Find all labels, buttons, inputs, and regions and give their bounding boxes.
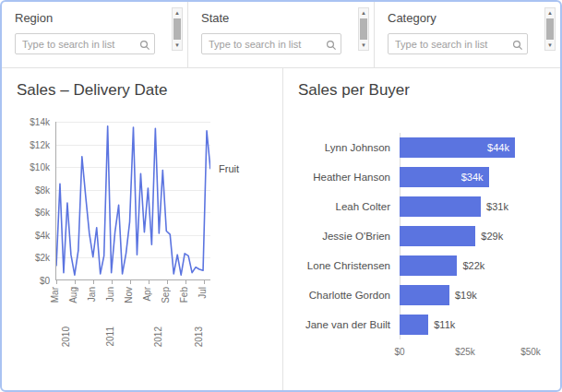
filter-label: State — [201, 11, 363, 25]
y-axis-label: $10k — [30, 162, 50, 172]
bar-row: Charlotte Gordon$19k — [298, 280, 531, 310]
bar[interactable]: $31k — [400, 196, 531, 217]
y-axis-label: $12k — [30, 140, 50, 150]
bar-value-label: $19k — [455, 290, 477, 301]
bar-row: Leah Colter$31k — [298, 192, 531, 221]
y-axis-label: $8k — [35, 185, 50, 196]
listbox-scrollbar[interactable]: ▲ ▼ — [358, 7, 369, 51]
legend-fruit[interactable]: Fruit — [219, 163, 239, 174]
bar[interactable]: $22k — [400, 255, 531, 276]
filter-panel-region: Region ▲ ▼ — [2, 2, 188, 67]
scroll-up-icon[interactable]: ▲ — [359, 8, 368, 18]
y-axis-label: $6k — [35, 208, 50, 218]
bar-fill[interactable] — [400, 315, 428, 335]
bar-x-axis-label: $0 — [394, 347, 404, 357]
x-axis-year-label: 2013 — [194, 327, 205, 347]
y-axis-label: $0 — [40, 276, 50, 286]
bar-category-label: Lone Christensen — [298, 260, 400, 271]
search-input[interactable] — [15, 33, 155, 54]
x-axis-month-label: Jul — [197, 287, 209, 299]
scrollbar-thumb[interactable] — [360, 18, 367, 40]
bar-value-label: $44k — [487, 142, 509, 153]
scroll-up-icon[interactable]: ▲ — [173, 8, 182, 18]
scroll-down-icon[interactable]: ▼ — [173, 41, 182, 50]
bar-value-label: $34k — [461, 172, 484, 183]
search-input[interactable] — [388, 33, 528, 54]
y-axis-labels: $14k$12k$10k$8k$6k$4k$2k$0 — [2, 122, 50, 280]
bar-chart-panel: Sales per Buyer Lynn Johnson$44kHeather … — [283, 68, 560, 390]
bar-fill[interactable] — [400, 196, 481, 217]
line-chart-panel: Sales – Delivery Date $14k$12k$10k$8k$6k… — [2, 68, 283, 390]
search-icon — [512, 38, 523, 54]
bar-row: Jane van der Built$11k — [298, 310, 531, 339]
scroll-up-icon[interactable]: ▲ — [545, 8, 555, 18]
x-axis-month-label: Nov — [124, 287, 135, 303]
bar-chart-title: Sales per Buyer — [298, 81, 410, 100]
x-axis-year-label: 2010 — [61, 327, 72, 347]
filter-label: Category — [388, 11, 549, 25]
x-axis-month-label: Jan — [87, 287, 98, 302]
filter-panel-category: Category ▲ ▼ — [375, 2, 560, 67]
line-chart-plot[interactable] — [55, 122, 210, 280]
bar[interactable]: $19k — [400, 285, 531, 305]
x-axis-year-label: 2011 — [105, 327, 116, 347]
filter-strip: Region ▲ ▼ State ▲ — [2, 2, 560, 68]
bar-value-label: $22k — [462, 260, 484, 271]
bar[interactable]: $29k — [400, 226, 531, 246]
x-axis-year-label: 2012 — [153, 327, 164, 347]
scrollbar-thumb[interactable] — [173, 18, 181, 40]
bar-row: Heather Hanson$34k — [298, 162, 531, 192]
bar-value-label: $29k — [481, 231, 503, 242]
bar-fill[interactable] — [400, 255, 457, 276]
bar[interactable]: $44k — [400, 137, 531, 158]
bar-category-label: Lynn Johnson — [298, 142, 400, 153]
bar-fill[interactable] — [400, 226, 475, 246]
bar-fill[interactable] — [400, 285, 449, 305]
bar-fill[interactable]: $34k — [400, 167, 489, 187]
listbox-scrollbar[interactable]: ▲ ▼ — [544, 7, 556, 51]
line-chart-title: Sales – Delivery Date — [17, 81, 167, 100]
search-box — [15, 33, 155, 54]
bar-fill[interactable]: $44k — [400, 137, 515, 158]
x-axis-month-label: Feb — [179, 287, 190, 303]
bar-value-label: $31k — [486, 201, 508, 212]
bar-category-label: Charlotte Gordon — [298, 290, 400, 301]
x-axis-month-label: Sep — [161, 287, 172, 303]
bar-x-axis: $0$25k$50k — [400, 347, 531, 360]
bar-value-label: $11k — [434, 319, 455, 330]
bar-category-label: Leah Colter — [298, 201, 400, 212]
sales-line[interactable] — [56, 122, 210, 279]
search-box — [201, 33, 341, 54]
bar-row: Lynn Johnson$44k — [298, 133, 531, 162]
y-axis-label: $2k — [35, 253, 50, 263]
charts-row: Sales – Delivery Date $14k$12k$10k$8k$6k… — [2, 68, 560, 390]
bar-row: Jessie O'Brien$29k — [298, 221, 531, 251]
scroll-down-icon[interactable]: ▼ — [359, 41, 368, 50]
bar-chart-plot: Lynn Johnson$44kHeather Hanson$34kLeah C… — [298, 133, 531, 339]
scrollbar-thumb[interactable] — [546, 18, 554, 40]
bar-x-axis-label: $50k — [520, 347, 541, 357]
dashboard: Region ▲ ▼ State ▲ — [0, 0, 562, 392]
bar[interactable]: $11k — [400, 315, 531, 335]
search-icon — [139, 38, 150, 54]
x-axis-month-label: Jun — [105, 287, 116, 302]
search-box — [388, 33, 528, 54]
search-input[interactable] — [201, 33, 341, 54]
x-axis-month-label: Mar — [50, 287, 61, 303]
search-icon — [326, 38, 337, 54]
filter-label: Region — [15, 11, 176, 25]
bar[interactable]: $34k — [400, 167, 531, 187]
bar-row: Lone Christensen$22k — [298, 251, 531, 280]
y-axis-label: $14k — [30, 117, 50, 127]
filter-panel-state: State ▲ ▼ — [188, 2, 375, 67]
x-axis-month-label: Aug — [68, 287, 79, 303]
scroll-down-icon[interactable]: ▼ — [545, 41, 555, 50]
bar-category-label: Jane van der Built — [298, 319, 400, 330]
bar-category-label: Heather Hanson — [298, 172, 400, 183]
x-axis-month-label: Apr — [142, 287, 153, 302]
y-axis-label: $4k — [35, 231, 50, 241]
bar-category-label: Jessie O'Brien — [298, 231, 400, 242]
bar-x-axis-label: $25k — [455, 347, 475, 357]
listbox-scrollbar[interactable]: ▲ ▼ — [172, 7, 183, 51]
x-axis-labels: MarAugJanJunNovAprSepFebJul2010201120122… — [55, 284, 210, 358]
